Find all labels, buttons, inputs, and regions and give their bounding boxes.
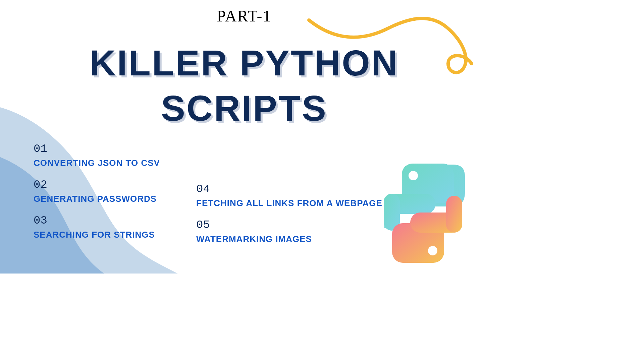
title-line-2: SCRIPTS xyxy=(0,85,488,131)
item-number: 02 xyxy=(34,178,160,191)
list-left-column: 01 CONVERTING JSON TO CSV 02 GENERATING … xyxy=(34,142,160,250)
list-right-column: 04 FETCHING ALL LINKS FROM A WEBPAGE 05 … xyxy=(196,183,382,254)
list-item: 05 WATERMARKING IMAGES xyxy=(196,219,382,244)
svg-point-4 xyxy=(409,171,418,180)
title-line-1: KILLER PYTHON xyxy=(0,40,488,85)
python-logo-icon xyxy=(374,163,472,263)
svg-point-8 xyxy=(428,246,437,255)
svg-rect-7 xyxy=(446,196,462,233)
item-number: 05 xyxy=(196,219,382,231)
item-number: 03 xyxy=(34,214,160,227)
item-number: 04 xyxy=(196,183,382,195)
subtitle: PART-1 xyxy=(0,7,488,25)
main-title: KILLER PYTHON SCRIPTS xyxy=(0,40,488,131)
list-item: 04 FETCHING ALL LINKS FROM A WEBPAGE xyxy=(196,183,382,208)
item-label: SEARCHING FOR STRINGS xyxy=(34,230,160,240)
item-label: WATERMARKING IMAGES xyxy=(196,234,382,244)
item-label: FETCHING ALL LINKS FROM A WEBPAGE xyxy=(196,198,382,208)
item-label: CONVERTING JSON TO CSV xyxy=(34,158,160,168)
item-number: 01 xyxy=(34,142,160,155)
list-item: 01 CONVERTING JSON TO CSV xyxy=(34,142,160,168)
slide-canvas: PART-1 KILLER PYTHON SCRIPTS 01 CONVERTI… xyxy=(0,0,488,274)
list-item: 02 GENERATING PASSWORDS xyxy=(34,178,160,204)
list-item: 03 SEARCHING FOR STRINGS xyxy=(34,214,160,240)
item-label: GENERATING PASSWORDS xyxy=(34,194,160,204)
